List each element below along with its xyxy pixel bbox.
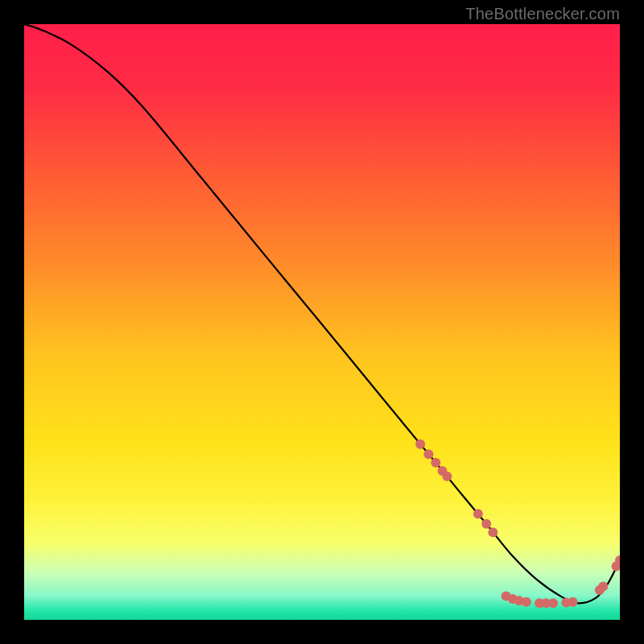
marker-dot: [423, 449, 433, 459]
chart-overlay: [24, 24, 620, 620]
chart-stage: TheBottlenecker.com: [0, 0, 644, 644]
marker-dot: [415, 440, 425, 449]
marker-dot: [442, 472, 452, 481]
marker-dot: [488, 527, 497, 537]
marker-dot: [473, 509, 483, 518]
marker-dot: [522, 597, 531, 607]
marker-dot: [481, 519, 491, 529]
curve-line: [24, 24, 620, 603]
marker-dot: [598, 582, 608, 592]
marker-dot: [548, 598, 558, 608]
marker-dot: [568, 597, 578, 607]
marker-dot: [431, 458, 440, 468]
watermark-text: TheBottlenecker.com: [465, 5, 620, 23]
marker-dots: [415, 440, 620, 609]
plot-area: [24, 24, 620, 620]
